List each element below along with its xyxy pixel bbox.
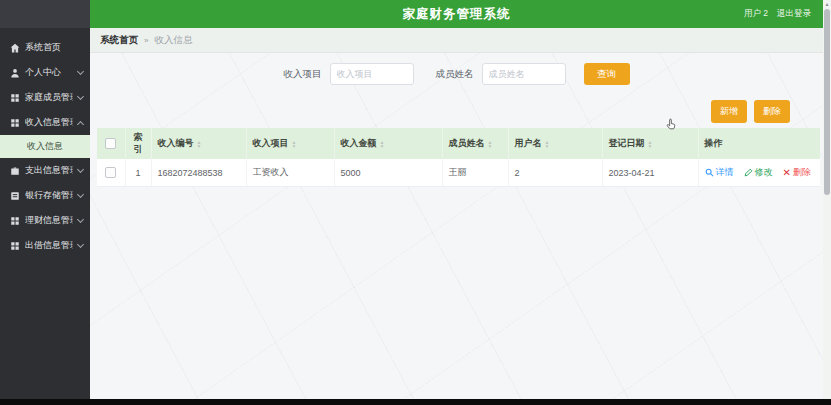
chevron-down-icon bbox=[77, 216, 84, 223]
chevron-down-icon bbox=[77, 241, 84, 248]
sidebar-item-label: 支出信息管理 bbox=[25, 164, 73, 177]
sidebar-item-personal-center[interactable]: 个人中心 bbox=[0, 60, 90, 85]
breadcrumb-home[interactable]: 系统首页 bbox=[100, 34, 138, 47]
income-item-input[interactable] bbox=[330, 63, 414, 85]
column-header-index: 索引 bbox=[125, 128, 151, 159]
sidebar-item-income-management[interactable]: 收入信息管理 bbox=[0, 110, 90, 135]
column-header-register-date[interactable]: 登记日期▲▼ bbox=[602, 128, 698, 159]
chevron-down-icon bbox=[77, 93, 84, 100]
row-checkbox[interactable] bbox=[105, 167, 116, 178]
current-user-label[interactable]: 用户 2 bbox=[744, 8, 768, 20]
row-actions: 详情 修改 ✕ 删除 bbox=[705, 166, 815, 179]
app-title: 家庭财务管理系统 bbox=[90, 0, 823, 28]
column-header-actions: 操作 bbox=[698, 128, 820, 159]
bottom-taskbar-edge bbox=[0, 399, 831, 405]
breadcrumb-current: 收入信息 bbox=[154, 34, 192, 47]
sidebar-item-lending-management[interactable]: 出借信息管理 bbox=[0, 233, 90, 258]
sidebar-item-label: 系统首页 bbox=[25, 41, 83, 54]
member-name-label: 成员姓名 bbox=[436, 68, 474, 81]
vertical-scrollbar[interactable]: ▴ bbox=[823, 0, 831, 399]
user-icon bbox=[10, 68, 20, 78]
select-all-checkbox[interactable] bbox=[105, 138, 116, 149]
sidebar-subitem-label: 收入信息 bbox=[27, 140, 63, 153]
table-header-row: 索引 收入编号▲▼ 收入项目▲▼ 收入金额▲▼ 成员姓名▲▼ 用户名▲▼ 登记日… bbox=[97, 128, 820, 159]
top-header-bar: 家庭财务管理系统 用户 2 退出登录 bbox=[90, 0, 823, 28]
income-item-label: 收入项目 bbox=[284, 68, 322, 81]
column-header-income-no[interactable]: 收入编号▲▼ bbox=[151, 128, 246, 159]
breadcrumb: 系统首页 » 收入信息 bbox=[90, 28, 823, 53]
grid-icon bbox=[10, 118, 20, 128]
column-header-income-amount[interactable]: 收入金额▲▼ bbox=[334, 128, 442, 159]
search-button[interactable]: 查询 bbox=[584, 63, 630, 85]
sidebar-item-family-members[interactable]: 家庭成员管理 bbox=[0, 85, 90, 110]
scrollbar-up-arrow[interactable]: ▴ bbox=[823, 0, 831, 8]
grid-icon bbox=[10, 241, 20, 251]
sidebar-item-label: 个人中心 bbox=[25, 66, 73, 79]
sidebar-item-label: 理财信息管理 bbox=[25, 214, 73, 227]
main-content: 收入项目 成员姓名 查询 新增 删除 索引 收入编号▲▼ bbox=[90, 53, 823, 399]
sidebar-item-label: 收入信息管理 bbox=[25, 116, 73, 129]
logout-link[interactable]: 退出登录 bbox=[777, 8, 811, 20]
column-header-username[interactable]: 用户名▲▼ bbox=[508, 128, 602, 159]
cell-income-item: 工资收入 bbox=[246, 159, 334, 187]
sidebar-item-label: 出借信息管理 bbox=[25, 239, 73, 252]
sidebar-item-expense-management[interactable]: 支出信息管理 bbox=[0, 158, 90, 183]
sidebar-item-home[interactable]: 系统首页 bbox=[0, 35, 90, 60]
chevron-down-icon bbox=[77, 191, 84, 198]
cell-income-amount: 5000 bbox=[334, 159, 442, 187]
column-header-income-item[interactable]: 收入项目▲▼ bbox=[246, 128, 334, 159]
sidebar-menu: 系统首页 个人中心 家庭成员管理 收入信息管理 bbox=[0, 28, 90, 258]
sort-icon[interactable]: ▲▼ bbox=[488, 140, 493, 148]
table-toolbar: 新增 删除 bbox=[90, 100, 823, 123]
sort-icon[interactable]: ▲▼ bbox=[380, 140, 385, 148]
breadcrumb-separator: » bbox=[144, 36, 148, 45]
sidebar-item-label: 家庭成员管理 bbox=[25, 91, 73, 104]
cell-username: 2 bbox=[508, 159, 602, 187]
delete-button[interactable]: 删除 bbox=[754, 100, 790, 123]
app-window: 家庭财务管理系统 用户 2 退出登录 系统首页 个人中心 bbox=[0, 0, 831, 405]
sort-icon[interactable]: ▲▼ bbox=[292, 140, 297, 148]
magnifier-icon bbox=[705, 168, 714, 177]
grid-icon bbox=[10, 93, 20, 103]
cell-register-date: 2023-04-21 bbox=[602, 159, 698, 187]
home-icon bbox=[10, 43, 20, 53]
sort-icon[interactable]: ▲▼ bbox=[545, 140, 550, 148]
header-user-area: 用户 2 退出登录 bbox=[744, 0, 811, 28]
sidebar-subitem-income-info[interactable]: 收入信息 bbox=[0, 135, 90, 158]
chevron-up-icon bbox=[77, 120, 84, 127]
add-button[interactable]: 新增 bbox=[711, 100, 747, 123]
x-icon: ✕ bbox=[783, 168, 791, 177]
sidebar: 系统首页 个人中心 家庭成员管理 收入信息管理 bbox=[0, 0, 90, 399]
delete-action[interactable]: ✕ 删除 bbox=[783, 166, 811, 179]
bank-icon bbox=[10, 191, 20, 201]
chevron-down-icon bbox=[77, 166, 84, 173]
income-table: 索引 收入编号▲▼ 收入项目▲▼ 收入金额▲▼ 成员姓名▲▼ 用户名▲▼ 登记日… bbox=[97, 128, 820, 187]
sidebar-logo-area bbox=[0, 0, 90, 28]
detail-action[interactable]: 详情 bbox=[705, 166, 734, 179]
sort-icon[interactable]: ▲▼ bbox=[197, 140, 202, 148]
sidebar-item-label: 银行存储管理 bbox=[25, 189, 73, 202]
cell-income-no: 1682072488538 bbox=[151, 159, 246, 187]
sidebar-item-bank-storage[interactable]: 银行存储管理 bbox=[0, 183, 90, 208]
sidebar-item-wealth-management[interactable]: 理财信息管理 bbox=[0, 208, 90, 233]
column-header-member-name[interactable]: 成员姓名▲▼ bbox=[442, 128, 508, 159]
cell-member-name: 王丽 bbox=[442, 159, 508, 187]
search-form: 收入项目 成员姓名 查询 bbox=[90, 63, 823, 85]
sort-icon[interactable]: ▲▼ bbox=[648, 140, 653, 148]
member-name-input[interactable] bbox=[482, 63, 566, 85]
pencil-icon bbox=[744, 168, 753, 177]
cell-index: 1 bbox=[125, 159, 151, 187]
chevron-down-icon bbox=[77, 68, 84, 75]
briefcase-icon bbox=[10, 166, 20, 176]
grid-icon bbox=[10, 216, 20, 226]
table-row: 1 1682072488538 工资收入 5000 王丽 2 2023-04-2… bbox=[97, 159, 820, 187]
scrollbar-thumb[interactable] bbox=[824, 9, 830, 195]
edit-action[interactable]: 修改 bbox=[744, 166, 773, 179]
